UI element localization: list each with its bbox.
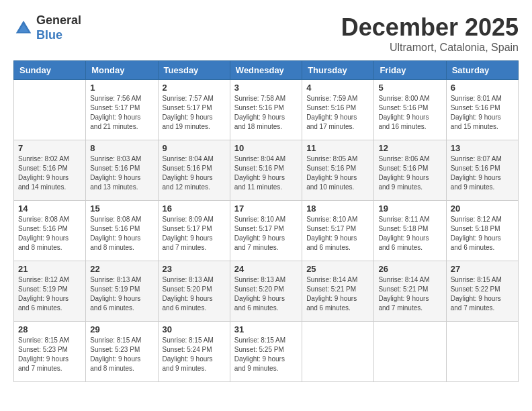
day-info: Sunrise: 8:14 AM Sunset: 5:21 PM Dayligh… bbox=[306, 275, 369, 313]
day-number: 6 bbox=[451, 83, 514, 93]
day-header-monday: Monday bbox=[86, 61, 158, 80]
calendar-cell: 23Sunrise: 8:13 AM Sunset: 5:20 PM Dayli… bbox=[158, 261, 230, 322]
month-title: December 2025 bbox=[341, 13, 519, 42]
day-info: Sunrise: 8:10 AM Sunset: 5:17 PM Dayligh… bbox=[234, 215, 298, 253]
calendar-cell bbox=[302, 322, 374, 382]
day-info: Sunrise: 8:15 AM Sunset: 5:23 PM Dayligh… bbox=[90, 336, 153, 373]
calendar-cell: 8Sunrise: 8:03 AM Sunset: 5:16 PM Daylig… bbox=[86, 140, 158, 201]
day-number: 19 bbox=[378, 203, 441, 214]
day-info: Sunrise: 7:59 AM Sunset: 5:16 PM Dayligh… bbox=[306, 94, 369, 132]
day-number: 17 bbox=[234, 203, 298, 214]
day-info: Sunrise: 8:04 AM Sunset: 5:16 PM Dayligh… bbox=[234, 154, 298, 192]
calendar-cell: 29Sunrise: 8:15 AM Sunset: 5:23 PM Dayli… bbox=[86, 322, 158, 382]
day-info: Sunrise: 8:15 AM Sunset: 5:25 PM Dayligh… bbox=[234, 336, 298, 373]
calendar-cell: 20Sunrise: 8:12 AM Sunset: 5:18 PM Dayli… bbox=[446, 201, 518, 261]
calendar-cell: 25Sunrise: 8:14 AM Sunset: 5:21 PM Dayli… bbox=[302, 261, 374, 322]
day-number: 10 bbox=[234, 143, 298, 153]
day-number: 5 bbox=[378, 83, 441, 93]
day-info: Sunrise: 8:02 AM Sunset: 5:16 PM Dayligh… bbox=[18, 154, 81, 192]
location-text: Ultramort, Catalonia, Spain bbox=[341, 42, 519, 54]
day-number: 21 bbox=[18, 264, 81, 274]
calendar-cell: 7Sunrise: 8:02 AM Sunset: 5:16 PM Daylig… bbox=[14, 140, 86, 201]
day-info: Sunrise: 8:01 AM Sunset: 5:16 PM Dayligh… bbox=[451, 94, 514, 132]
calendar-cell: 24Sunrise: 8:13 AM Sunset: 5:20 PM Dayli… bbox=[230, 261, 302, 322]
calendar-cell: 3Sunrise: 7:58 AM Sunset: 5:16 PM Daylig… bbox=[230, 80, 302, 140]
day-number: 29 bbox=[90, 324, 153, 334]
day-number: 13 bbox=[451, 143, 514, 153]
day-info: Sunrise: 8:10 AM Sunset: 5:17 PM Dayligh… bbox=[306, 215, 369, 253]
logo-general-text: General bbox=[36, 13, 81, 28]
day-number: 24 bbox=[234, 264, 298, 274]
day-info: Sunrise: 7:58 AM Sunset: 5:16 PM Dayligh… bbox=[234, 94, 298, 132]
calendar-week-row: 21Sunrise: 8:12 AM Sunset: 5:19 PM Dayli… bbox=[14, 261, 519, 322]
calendar-cell: 26Sunrise: 8:14 AM Sunset: 5:21 PM Dayli… bbox=[374, 261, 446, 322]
day-info: Sunrise: 8:07 AM Sunset: 5:16 PM Dayligh… bbox=[451, 154, 514, 192]
day-header-thursday: Thursday bbox=[302, 61, 374, 80]
day-number: 16 bbox=[163, 203, 226, 214]
calendar-cell: 22Sunrise: 8:13 AM Sunset: 5:19 PM Dayli… bbox=[86, 261, 158, 322]
calendar-cell: 5Sunrise: 8:00 AM Sunset: 5:16 PM Daylig… bbox=[374, 80, 446, 140]
calendar-cell: 10Sunrise: 8:04 AM Sunset: 5:16 PM Dayli… bbox=[230, 140, 302, 201]
day-info: Sunrise: 8:12 AM Sunset: 5:18 PM Dayligh… bbox=[451, 215, 514, 253]
calendar-week-row: 28Sunrise: 8:15 AM Sunset: 5:23 PM Dayli… bbox=[14, 322, 519, 382]
day-number: 14 bbox=[18, 203, 81, 214]
calendar-cell: 16Sunrise: 8:09 AM Sunset: 5:17 PM Dayli… bbox=[158, 201, 230, 261]
day-info: Sunrise: 8:15 AM Sunset: 5:23 PM Dayligh… bbox=[18, 336, 81, 373]
calendar-cell: 31Sunrise: 8:15 AM Sunset: 5:25 PM Dayli… bbox=[230, 322, 302, 382]
day-number: 27 bbox=[451, 264, 514, 274]
calendar-cell: 4Sunrise: 7:59 AM Sunset: 5:16 PM Daylig… bbox=[302, 80, 374, 140]
day-info: Sunrise: 8:09 AM Sunset: 5:17 PM Dayligh… bbox=[163, 215, 226, 253]
day-number: 30 bbox=[163, 324, 226, 334]
day-number: 20 bbox=[451, 203, 514, 214]
calendar-cell bbox=[446, 322, 518, 382]
day-info: Sunrise: 7:57 AM Sunset: 5:17 PM Dayligh… bbox=[163, 94, 226, 132]
calendar-cell: 2Sunrise: 7:57 AM Sunset: 5:17 PM Daylig… bbox=[158, 80, 230, 140]
day-number: 22 bbox=[90, 264, 153, 274]
day-info: Sunrise: 8:12 AM Sunset: 5:19 PM Dayligh… bbox=[18, 275, 81, 313]
calendar-cell: 6Sunrise: 8:01 AM Sunset: 5:16 PM Daylig… bbox=[446, 80, 518, 140]
day-info: Sunrise: 8:15 AM Sunset: 5:22 PM Dayligh… bbox=[451, 275, 514, 313]
day-number: 18 bbox=[306, 203, 369, 214]
day-info: Sunrise: 8:08 AM Sunset: 5:16 PM Dayligh… bbox=[90, 215, 153, 253]
day-number: 1 bbox=[90, 83, 153, 93]
day-header-friday: Friday bbox=[374, 61, 446, 80]
calendar-table: SundayMondayTuesdayWednesdayThursdayFrid… bbox=[13, 60, 519, 382]
day-number: 8 bbox=[90, 143, 153, 153]
day-number: 23 bbox=[163, 264, 226, 274]
logo: General Blue bbox=[13, 13, 81, 42]
calendar-week-row: 7Sunrise: 8:02 AM Sunset: 5:16 PM Daylig… bbox=[14, 140, 519, 201]
calendar-cell: 27Sunrise: 8:15 AM Sunset: 5:22 PM Dayli… bbox=[446, 261, 518, 322]
day-number: 26 bbox=[378, 264, 441, 274]
calendar-cell: 13Sunrise: 8:07 AM Sunset: 5:16 PM Dayli… bbox=[446, 140, 518, 201]
calendar-week-row: 14Sunrise: 8:08 AM Sunset: 5:16 PM Dayli… bbox=[14, 201, 519, 261]
page-header: General Blue December 2025 Ultramort, Ca… bbox=[13, 13, 519, 54]
day-info: Sunrise: 8:13 AM Sunset: 5:19 PM Dayligh… bbox=[90, 275, 153, 313]
day-number: 3 bbox=[234, 83, 298, 93]
day-number: 7 bbox=[18, 143, 81, 153]
calendar-cell: 30Sunrise: 8:15 AM Sunset: 5:24 PM Dayli… bbox=[158, 322, 230, 382]
day-header-tuesday: Tuesday bbox=[158, 61, 230, 80]
calendar-cell bbox=[14, 80, 86, 140]
day-info: Sunrise: 8:03 AM Sunset: 5:16 PM Dayligh… bbox=[90, 154, 153, 192]
calendar-cell: 15Sunrise: 8:08 AM Sunset: 5:16 PM Dayli… bbox=[86, 201, 158, 261]
title-section: December 2025 Ultramort, Catalonia, Spai… bbox=[341, 13, 519, 54]
logo-text: General Blue bbox=[36, 13, 81, 42]
day-header-wednesday: Wednesday bbox=[230, 61, 302, 80]
day-number: 25 bbox=[306, 264, 369, 274]
day-number: 15 bbox=[90, 203, 153, 214]
calendar-cell: 28Sunrise: 8:15 AM Sunset: 5:23 PM Dayli… bbox=[14, 322, 86, 382]
day-info: Sunrise: 8:04 AM Sunset: 5:16 PM Dayligh… bbox=[163, 154, 226, 192]
day-number: 12 bbox=[378, 143, 441, 153]
day-info: Sunrise: 8:00 AM Sunset: 5:16 PM Dayligh… bbox=[378, 94, 441, 132]
calendar-cell: 21Sunrise: 8:12 AM Sunset: 5:19 PM Dayli… bbox=[14, 261, 86, 322]
calendar-cell: 11Sunrise: 8:05 AM Sunset: 5:16 PM Dayli… bbox=[302, 140, 374, 201]
day-info: Sunrise: 7:56 AM Sunset: 5:17 PM Dayligh… bbox=[90, 94, 153, 132]
logo-icon bbox=[13, 18, 34, 38]
day-number: 31 bbox=[234, 324, 298, 334]
calendar-cell: 18Sunrise: 8:10 AM Sunset: 5:17 PM Dayli… bbox=[302, 201, 374, 261]
calendar-cell: 1Sunrise: 7:56 AM Sunset: 5:17 PM Daylig… bbox=[86, 80, 158, 140]
day-number: 2 bbox=[163, 83, 226, 93]
calendar-week-row: 1Sunrise: 7:56 AM Sunset: 5:17 PM Daylig… bbox=[14, 80, 519, 140]
day-number: 9 bbox=[163, 143, 226, 153]
day-info: Sunrise: 8:11 AM Sunset: 5:18 PM Dayligh… bbox=[378, 215, 441, 253]
